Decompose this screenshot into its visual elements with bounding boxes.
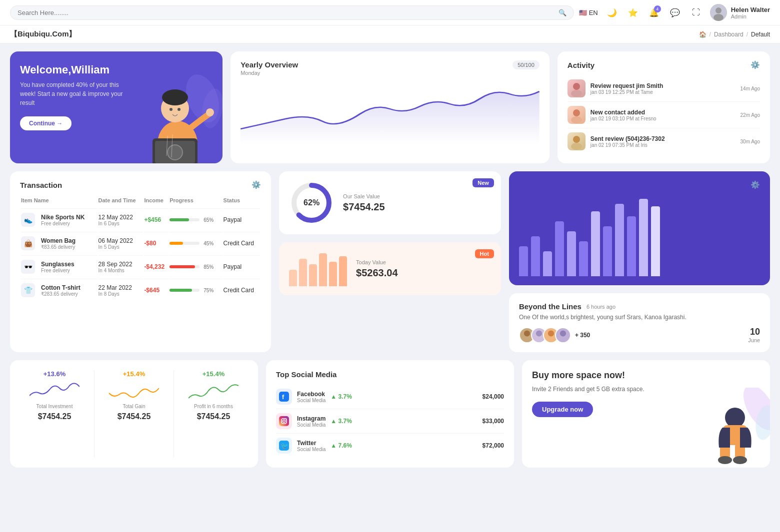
welcome-illustration: [122, 51, 222, 163]
sale-card: New 62% Our Sale Value $7454.25: [279, 171, 501, 234]
col-status: Status: [224, 195, 260, 207]
upgrade-text: Invite 2 Friends and get 5 GB extra spac…: [532, 385, 669, 394]
bar-item: [555, 221, 564, 276]
yearly-subtitle: Monday: [240, 70, 298, 76]
activity-thumb-2: [568, 106, 586, 124]
transaction-header: Transaction ⚙️: [20, 180, 261, 189]
activity-header: Activity ⚙️: [568, 60, 760, 69]
social-row: Instagram Social Media ▲ 3.7% $33,000: [276, 409, 504, 434]
notification-bell[interactable]: 🔔 4: [647, 5, 661, 19]
svg-point-20: [573, 136, 580, 143]
mid-col: New 62% Our Sale Value $7454.25 Hot: [279, 171, 501, 352]
activity-settings-icon[interactable]: ⚙️: [750, 60, 760, 69]
col-progress: Progress: [170, 195, 222, 207]
activity-content-3: Sent review (504)236-7302 jan 02 19 07:3…: [590, 135, 736, 148]
svg-point-1: [716, 7, 722, 13]
search-input[interactable]: [18, 9, 554, 16]
svg-point-13: [168, 145, 182, 160]
today-bar-item: [329, 262, 337, 287]
progress-bar: [170, 289, 200, 292]
user-profile[interactable]: Helen Walter Admin: [710, 4, 770, 21]
yearly-chart: [240, 79, 540, 154]
yearly-overview-card: Yearly Overview Monday 50/100: [230, 51, 550, 163]
chat-icon[interactable]: 💬: [668, 5, 682, 19]
svg-point-31: [558, 336, 568, 342]
bar-item: [531, 236, 540, 276]
upgrade-button[interactable]: Upgrade now: [532, 402, 593, 417]
progress-bar: [170, 218, 200, 221]
svg-point-19: [571, 116, 582, 123]
activity-card: Activity ⚙️ Review request jim Smith jan…: [558, 51, 770, 163]
item-icon: 👜: [21, 236, 35, 250]
svg-point-21: [571, 143, 582, 150]
svg-point-28: [548, 330, 554, 336]
svg-point-46: [718, 456, 732, 464]
breadcrumb: 🏠 / Dashboard / Default: [699, 31, 770, 38]
beyond-avatars: [519, 327, 571, 343]
activity-thumb-1: [568, 79, 586, 97]
social-card: Top Social Media f Facebook Social Media…: [266, 360, 514, 468]
table-row: 🕶️ Sunglasses Free delivery 28 Sep 2022 …: [21, 255, 260, 278]
svg-point-26: [536, 330, 542, 336]
bar-item: [615, 204, 624, 276]
star-icon[interactable]: ⭐: [626, 5, 640, 19]
bar-item: [627, 216, 636, 276]
activity-item: New contact added jan 02 19 03:10 PM at …: [568, 102, 760, 128]
row-1: Welcome,William You have completed 40% o…: [10, 51, 770, 163]
today-info: Today Value $5263.04: [356, 259, 398, 279]
bar-item: [567, 231, 576, 276]
svg-point-2: [714, 14, 724, 21]
svg-point-9: [178, 108, 180, 111]
topnav-actions: 🇺🇸 EN 🌙 ⭐ 🔔 4 💬 ⛶ Helen Walter Admin: [579, 4, 770, 21]
today-bar-chart: [289, 251, 347, 286]
table-row: 👟 Nike Sports NK Free delivery 12 May 20…: [21, 208, 260, 231]
svg-point-24: [524, 330, 530, 336]
transaction-title: Transaction: [20, 181, 62, 189]
flag-icon: 🇺🇸: [579, 9, 587, 16]
svg-point-8: [170, 108, 172, 111]
chart-settings-icon[interactable]: ⚙️: [750, 180, 760, 189]
breadcrumb-dashboard[interactable]: Dashboard: [714, 31, 744, 38]
dark-mode-toggle[interactable]: 🌙: [605, 5, 619, 19]
transaction-card: Transaction ⚙️ Item Name Date and Time I…: [10, 171, 271, 352]
activity-item: Sent review (504)236-7302 jan 02 19 07:3…: [568, 128, 760, 154]
sparkline-card: +13.6% Total Investment $7454.25 +15.4% …: [10, 360, 258, 468]
continue-button[interactable]: Continue →: [20, 116, 72, 130]
svg-point-30: [560, 330, 566, 336]
svg-point-10: [206, 108, 214, 116]
today-bar-item: [339, 256, 347, 287]
topnav: 🔍 🇺🇸 EN 🌙 ⭐ 🔔 4 💬 ⛶ Helen Walter Admin: [0, 0, 780, 25]
beyond-avatar-4: [555, 327, 571, 343]
user-name-block: Helen Walter Admin: [731, 6, 770, 19]
transaction-settings-icon[interactable]: ⚙️: [252, 180, 261, 189]
language-selector[interactable]: 🇺🇸 EN: [579, 9, 598, 16]
table-row: 👕 Cotton T-shirt ₹283.65 delivery 22 Mar…: [21, 279, 260, 301]
beyond-time: 6 hours ago: [586, 304, 616, 310]
main-content: Welcome,William You have completed 40% o…: [0, 43, 780, 476]
bar-item: [591, 211, 600, 276]
activity-thumb-3: [568, 132, 586, 150]
home-icon[interactable]: 🏠: [699, 31, 706, 38]
beyond-date-sub: June: [748, 337, 760, 343]
beyond-title: Beyond the Lines: [519, 302, 582, 311]
fullscreen-icon[interactable]: ⛶: [689, 5, 703, 19]
breadcrumb-current: Default: [751, 31, 770, 38]
yearly-header: Yearly Overview Monday 50/100: [240, 60, 540, 76]
item-icon: 👟: [21, 213, 35, 227]
beyond-footer: + 350 10 June: [519, 327, 760, 343]
svg-text:🐦: 🐦: [280, 442, 289, 450]
spark-divider-2: [174, 370, 174, 458]
today-bar-item: [319, 253, 327, 286]
search-icon: 🔍: [558, 9, 566, 16]
hot-badge: Hot: [475, 249, 494, 258]
sale-info: Our Sale Value $7454.25: [343, 193, 384, 213]
donut-chart: 62%: [289, 180, 334, 225]
spark-gain: +15.4% Total Gain $7454.25: [100, 370, 168, 458]
progress-bar: [170, 242, 200, 245]
breadcrumb-bar: 【Biqubiqu.Com】 🏠 / Dashboard / Default: [0, 25, 780, 43]
svg-point-18: [573, 109, 580, 116]
bar-item: [603, 226, 612, 276]
search-bar[interactable]: 🔍: [10, 5, 574, 20]
activity-content-1: Review request jim Smith jan 03 19 12:25…: [590, 82, 736, 95]
bar-item: [651, 206, 660, 276]
